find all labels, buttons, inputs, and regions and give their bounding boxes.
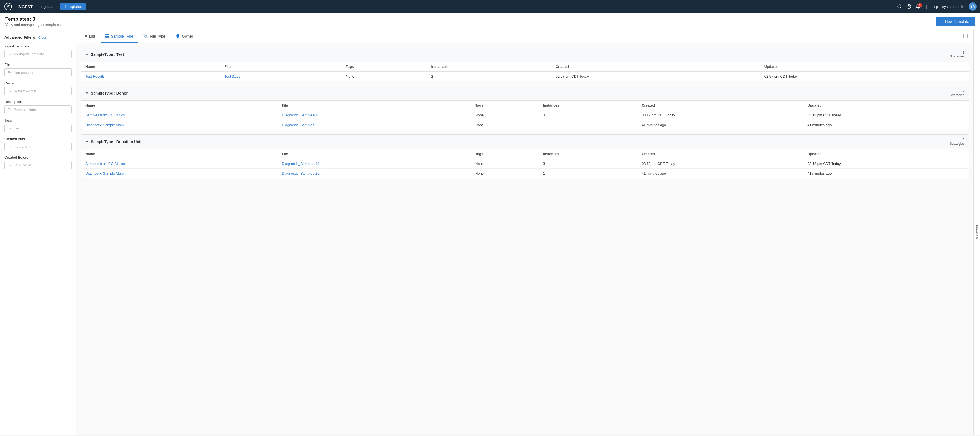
section-test-chevron[interactable]: ▼ — [85, 52, 89, 56]
row-instances: 1 — [539, 169, 637, 179]
avatar: SA — [969, 2, 977, 11]
sidebar-title: Advanced Filters — [4, 35, 35, 40]
svg-rect-5 — [108, 34, 109, 35]
page-subtitle: View and manage ingest templates — [5, 23, 60, 27]
tab-file-type[interactable]: 📎 File Type — [138, 30, 170, 43]
section-test-strategies: 1 Strategies — [950, 51, 964, 58]
table-row: Diagnostic Sample Mani... Diagnostic_Sam… — [81, 120, 969, 130]
row-tags: None — [471, 159, 539, 169]
section-donor-strategies: 2 Strategies — [950, 89, 964, 97]
tab-sample-type[interactable]: Sample Type — [101, 30, 137, 43]
section-donation-unit-strategies: 2 Strategies — [950, 138, 964, 146]
col-name: Name — [81, 101, 277, 110]
row-name-link[interactable]: Test Results — [85, 75, 105, 78]
logo-icon: ↺ — [4, 3, 12, 10]
col-instances: Instances — [539, 101, 637, 110]
row-name-link[interactable]: Diagnostic Sample Mani... — [85, 171, 127, 176]
content-area: ▼ SampleType : Test 1 Strategies Name Fi… — [76, 43, 974, 187]
nav-icons: 1 | esp | system admin SA — [897, 2, 977, 11]
owner-icon: 👤 — [175, 34, 180, 39]
svg-rect-8 — [964, 34, 967, 38]
row-instances: 2 — [427, 72, 551, 81]
inspector-toggle-button[interactable] — [962, 32, 969, 41]
filter-group-created-before: Created Before — [4, 155, 72, 170]
logo-button[interactable]: ↺ — [3, 2, 13, 11]
created-before-input[interactable] — [4, 161, 72, 170]
description-input[interactable] — [4, 105, 72, 114]
filter-group-tags: Tags — [4, 118, 72, 132]
row-updated: 41 minutes ago — [803, 120, 969, 130]
filter-group-owner: Owner — [4, 81, 72, 95]
top-nav: ↺ INGEST Ingests Templates 1 | esp — [0, 0, 980, 13]
app-name: INGEST — [18, 4, 33, 9]
filter-label-created-before: Created Before — [4, 155, 72, 159]
row-name-link[interactable]: Samples from RC Clinics — [85, 113, 125, 117]
filter-group-file: File — [4, 63, 72, 77]
col-updated: Updated — [803, 149, 969, 159]
help-button[interactable] — [906, 4, 911, 9]
file-input[interactable] — [4, 68, 72, 77]
table-row: Samples from RC Clinics Diagnostic_Sampl… — [81, 159, 969, 169]
filter-group-created-after: Created After — [4, 137, 72, 151]
tab-list[interactable]: ≡ List — [81, 30, 100, 42]
tags-input[interactable] — [4, 124, 72, 132]
ingest-template-input[interactable] — [4, 50, 72, 58]
col-created: Created — [637, 101, 803, 110]
table-row: Diagnostic Sample Mani... Diagnostic_Sam… — [81, 169, 969, 179]
owner-input[interactable] — [4, 87, 72, 95]
section-donor-chevron[interactable]: ▼ — [85, 91, 89, 95]
row-name-link[interactable]: Samples from RC Clinics — [85, 162, 125, 166]
sidebar-collapse-button[interactable]: ⊣ — [68, 35, 72, 40]
section-donation-unit-header: ▼ SampleType : Donation Unit 2 Strategie… — [81, 135, 969, 149]
row-instances: 3 — [539, 159, 637, 169]
row-created: 03:12 pm CDT Today — [637, 159, 803, 169]
filter-label-created-after: Created After — [4, 137, 72, 141]
svg-rect-6 — [105, 36, 107, 38]
col-created: Created — [551, 62, 760, 72]
row-updated: 03:12 pm CDT Today — [803, 110, 969, 120]
nav-tab-templates[interactable]: Templates — [60, 3, 86, 10]
search-button[interactable] — [897, 4, 902, 9]
tabs-bar: ≡ List Sample Type 📎 File Type — [76, 30, 974, 43]
row-updated: 03:12 pm CDT Today — [803, 159, 969, 169]
notifications-button[interactable]: 1 — [916, 4, 921, 9]
filter-label-owner: Owner — [4, 81, 72, 85]
row-created: 02:57 pm CDT Today — [551, 72, 760, 81]
row-file-link[interactable]: Diagnostic_Samples-20... — [282, 123, 322, 127]
row-file-link[interactable]: Diagnostic_Samples-10... — [282, 113, 322, 117]
table-row: Test Results Test 3.csv None 2 02:57 pm … — [81, 72, 969, 81]
row-file-link[interactable]: Diagnostic_Samples-10... — [282, 162, 322, 166]
row-created: 41 minutes ago — [637, 169, 803, 179]
row-tags: None — [342, 72, 427, 81]
page-title: Templates: 3 — [5, 16, 60, 22]
row-file-link[interactable]: Diagnostic_Samples-20... — [282, 171, 322, 176]
page-header-info: Templates: 3 View and manage ingest temp… — [5, 16, 60, 27]
tab-owner[interactable]: 👤 Owner — [171, 30, 197, 43]
row-updated: 41 minutes ago — [803, 169, 969, 179]
svg-rect-4 — [105, 34, 107, 35]
list-icon: ≡ — [85, 34, 88, 38]
sidebar-header: Advanced Filters Clear ⊣ — [4, 35, 72, 40]
row-tags: None — [471, 110, 539, 120]
col-tags: Tags — [342, 62, 427, 72]
clear-filters-button[interactable]: Clear — [38, 35, 47, 40]
row-tags: None — [471, 120, 539, 130]
row-name-link[interactable]: Diagnostic Sample Mani... — [85, 123, 127, 127]
section-test-table: Name File Tags Instances Created Updated… — [81, 62, 969, 81]
section-test-title: SampleType : Test — [91, 52, 124, 57]
section-test-header: ▼ SampleType : Test 1 Strategies — [81, 48, 969, 62]
col-instances: Instances — [539, 149, 637, 159]
section-donation-unit-chevron[interactable]: ▼ — [85, 140, 89, 144]
section-donor: ▼ SampleType : Donor 2 Strategies Name F… — [81, 86, 969, 130]
inspector-label: Inspector — [975, 225, 979, 240]
user-info: esp | system admin — [932, 5, 964, 9]
section-test: ▼ SampleType : Test 1 Strategies Name Fi… — [81, 47, 969, 81]
section-donor-title: SampleType : Donor — [91, 91, 128, 95]
row-created: 03:12 pm CDT Today — [637, 110, 803, 120]
new-template-button[interactable]: + New Template — [936, 17, 975, 27]
nav-tab-ingests[interactable]: Ingests — [36, 3, 57, 10]
created-after-input[interactable] — [4, 143, 72, 151]
row-tags: None — [471, 169, 539, 179]
row-file-link[interactable]: Test 3.csv — [224, 75, 240, 78]
col-name: Name — [81, 149, 277, 159]
